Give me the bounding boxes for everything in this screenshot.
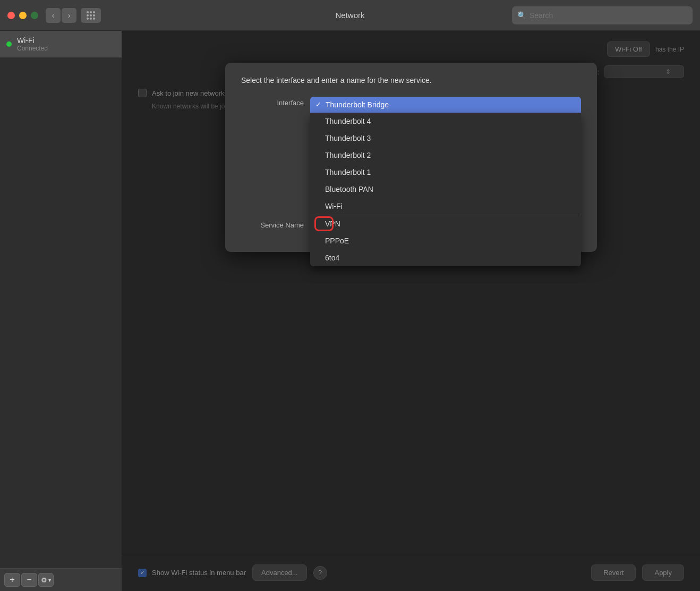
sidebar-item-subtitle: Connected — [17, 45, 48, 52]
sidebar-actions: + − ⚙ ▾ — [0, 568, 122, 591]
dropdown-item-thunderbolt4[interactable]: Thunderbolt 4 — [310, 113, 581, 130]
dropdown-item-thunderbolt3[interactable]: Thunderbolt 3 — [310, 130, 581, 147]
vpn-circle-highlight — [314, 216, 334, 231]
dropdown-item-pppoe[interactable]: PPPoE — [310, 232, 581, 249]
main-content: Wi-Fi Connected + − ⚙ ▾ Wi-Fi Off has th… — [0, 31, 700, 591]
forward-button[interactable]: › — [62, 8, 76, 23]
sheet-description: Select the interface and enter a name fo… — [241, 75, 581, 86]
maximize-button[interactable] — [31, 12, 38, 19]
search-icon: 🔍 — [517, 11, 526, 20]
close-button[interactable] — [7, 12, 15, 19]
right-panel: Wi-Fi Off has the IP Network Name: ⇕ Ask… — [122, 31, 700, 591]
minimize-button[interactable] — [19, 12, 27, 19]
window-title: Network — [335, 11, 364, 20]
sidebar-item-title: Wi-Fi — [17, 36, 48, 45]
traffic-lights — [7, 12, 38, 19]
dropdown-item-6to4[interactable]: 6to4 — [310, 249, 581, 266]
selected-checkmark-icon: ✓ — [315, 100, 321, 108]
interface-dropdown-container: ✓ Thunderbolt Bridge Thunderbolt 4 Thund… — [310, 97, 581, 113]
service-name-label: Service Name — [241, 219, 310, 229]
dropdown-item-bluetooth-pan[interactable]: Bluetooth PAN — [310, 181, 581, 198]
sidebar: Wi-Fi Connected + − ⚙ ▾ — [0, 31, 122, 591]
dropdown-item-wifi[interactable]: Wi-Fi — [310, 198, 581, 215]
new-service-sheet: Select the interface and enter a name fo… — [225, 63, 597, 252]
remove-service-button[interactable]: − — [21, 573, 37, 587]
interface-dropdown-menu: Thunderbolt 4 Thunderbolt 3 Thunderbolt … — [310, 113, 581, 266]
sheet-overlay: Select the interface and enter a name fo… — [122, 31, 700, 591]
dropdown-item-vpn[interactable]: VPN — [310, 215, 581, 232]
selected-interface-label: Thunderbolt Bridge — [326, 100, 389, 109]
nav-buttons: ‹ › — [46, 8, 76, 23]
interface-row: Interface ✓ Thunderbolt Bridge Thunderbo… — [241, 97, 581, 113]
interface-label: Interface — [241, 97, 310, 107]
search-bar[interactable]: 🔍 — [512, 6, 693, 24]
wifi-status-dot — [6, 41, 12, 47]
gear-menu-button[interactable]: ⚙ ▾ — [38, 573, 54, 587]
back-button[interactable]: ‹ — [46, 8, 61, 23]
grid-view-button[interactable] — [81, 8, 101, 23]
dropdown-item-thunderbolt2[interactable]: Thunderbolt 2 — [310, 147, 581, 164]
search-input[interactable] — [530, 11, 687, 20]
dropdown-item-thunderbolt1[interactable]: Thunderbolt 1 — [310, 164, 581, 181]
gear-dropdown-arrow: ▾ — [48, 577, 51, 583]
sidebar-empty-area — [0, 58, 122, 568]
sidebar-item-wifi[interactable]: Wi-Fi Connected — [0, 31, 122, 58]
add-service-button[interactable]: + — [4, 573, 20, 587]
grid-icon — [87, 11, 95, 20]
gear-icon: ⚙ — [41, 576, 47, 584]
titlebar: ‹ › Network 🔍 — [0, 0, 700, 31]
interface-dropdown-selected[interactable]: ✓ Thunderbolt Bridge — [310, 97, 581, 113]
